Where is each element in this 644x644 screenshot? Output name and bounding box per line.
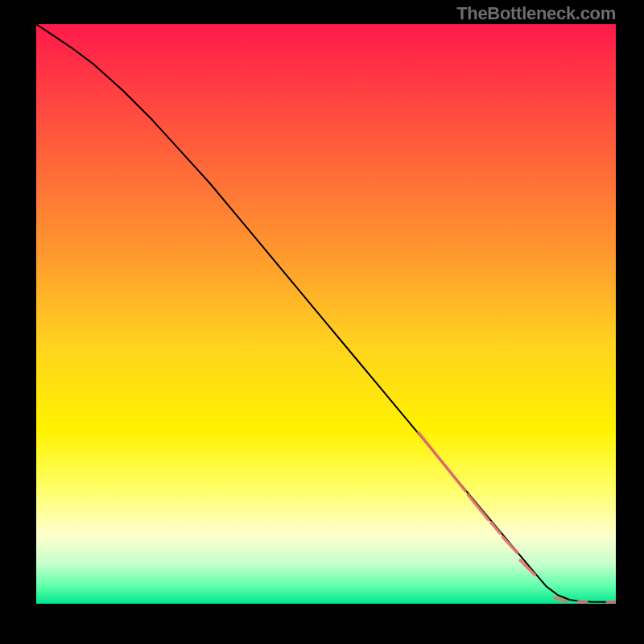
watermark-text: TheBottleneck.com <box>456 3 616 24</box>
chart-frame: TheBottleneck.com <box>0 0 644 644</box>
plot-area <box>36 24 616 604</box>
plot-svg <box>36 24 616 604</box>
gradient-background <box>36 24 616 604</box>
